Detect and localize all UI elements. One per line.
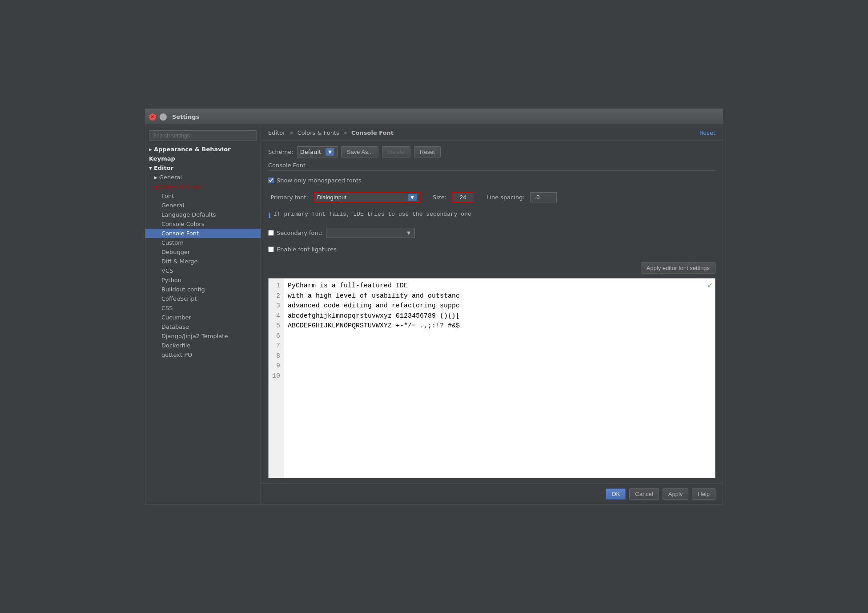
- line-num-8: 8: [272, 351, 280, 362]
- sidebar-item-python[interactable]: Python: [145, 275, 261, 285]
- reset-button[interactable]: Reset: [414, 146, 441, 157]
- sidebar-item-custom[interactable]: Custom: [145, 238, 261, 247]
- sidebar-item-font[interactable]: Font: [145, 191, 261, 201]
- sidebar-item-general2[interactable]: General: [145, 201, 261, 210]
- primary-font-dropdown-arrow[interactable]: ▼: [408, 194, 417, 201]
- cancel-button[interactable]: Cancel: [629, 488, 659, 500]
- help-button[interactable]: Help: [692, 488, 715, 500]
- monospaced-label: Show only monospaced fonts: [277, 177, 362, 184]
- preview-line-6: ABCDEFGHIJKLMNOPQRSTUVWXYZ +-*/= .,;:!? …: [288, 321, 711, 331]
- preview-line-numbers: 1 2 3 4 5 6 7 8 9 10: [269, 278, 284, 478]
- dialog-title: Settings: [172, 113, 199, 120]
- secondary-font-dropdown-arrow[interactable]: ▼: [404, 230, 413, 236]
- preview-line-2: with a high level of usability and outst…: [288, 291, 711, 302]
- sidebar-item-gettext[interactable]: gettext PO: [145, 350, 261, 359]
- section-console-font: Console Font: [268, 162, 715, 171]
- main-content: Editor > Colors & Fonts > Console Font R…: [261, 125, 723, 504]
- line-num-5: 5: [272, 321, 280, 331]
- preview-line-5: abcdefghijklmnopqrstuvwxyz 0123456789 ()…: [288, 311, 711, 322]
- info-row: ℹ If primary font fails, IDE tries to us…: [268, 211, 715, 220]
- reset-link[interactable]: Reset: [699, 129, 715, 136]
- sidebar-item-cucumber[interactable]: Cucumber: [145, 313, 261, 322]
- breadcrumb-colors-fonts: Colors & Fonts: [297, 129, 339, 136]
- scheme-dropdown-arrow[interactable]: ▼: [326, 148, 334, 156]
- line-num-6: 6: [272, 331, 280, 342]
- primary-font-row: Primary font: ▼ Size: Line spacing:: [268, 192, 715, 203]
- sidebar-item-database[interactable]: Database: [145, 322, 261, 331]
- sidebar-item-general[interactable]: ▶ General: [145, 173, 261, 182]
- breadcrumb-current: Console Font: [351, 129, 394, 136]
- breadcrumb-editor: Editor: [268, 129, 285, 136]
- sidebar-item-buildout[interactable]: Buildout config: [145, 285, 261, 294]
- ligatures-checkbox[interactable]: [268, 246, 274, 252]
- preview-line-3: advanced code editing and refactoring su…: [288, 301, 711, 311]
- sidebar-item-coffeescript[interactable]: CoffeeScript: [145, 294, 261, 303]
- search-input[interactable]: [149, 130, 257, 141]
- sidebar: ▶ Appearance & Behavior Keymap ▼ Editor …: [145, 125, 261, 504]
- primary-font-combo[interactable]: ▼: [313, 192, 420, 203]
- save-as-button[interactable]: Save As...: [341, 146, 379, 157]
- triangle-open-icon: ▼: [149, 166, 152, 170]
- preview-line-9: [288, 351, 711, 362]
- triangle-open-icon: ▼: [154, 185, 157, 189]
- sidebar-item-keymap[interactable]: Keymap: [145, 154, 261, 163]
- scheme-row: Scheme: Default ▼ Save As... Delete Rese…: [268, 146, 715, 157]
- secondary-font-combo[interactable]: ▼: [326, 228, 415, 238]
- size-input[interactable]: [452, 192, 474, 202]
- preview-area: 1 2 3 4 5 6 7 8 9 10 PyCharm is a full-f…: [268, 278, 715, 478]
- ligatures-checkbox-label[interactable]: Enable font ligatures: [268, 246, 337, 253]
- preview-line-8: [288, 341, 711, 351]
- breadcrumb-bar: Editor > Colors & Fonts > Console Font R…: [261, 125, 723, 141]
- triangle-icon: ▶: [154, 175, 157, 180]
- apply-editor-font-button[interactable]: Apply editor font settings: [641, 262, 715, 274]
- ok-button[interactable]: OK: [606, 488, 626, 500]
- line-num-10: 10: [272, 371, 280, 382]
- sidebar-item-django[interactable]: Django/Jinja2 Template: [145, 331, 261, 341]
- delete-button[interactable]: Delete: [382, 146, 410, 157]
- sidebar-item-editor[interactable]: ▼ Editor: [145, 163, 261, 173]
- preview-text: PyCharm is a full-featured IDE with a hi…: [284, 278, 715, 478]
- secondary-font-checkbox[interactable]: [268, 230, 274, 236]
- ligatures-label: Enable font ligatures: [277, 246, 337, 253]
- sidebar-item-vcs[interactable]: VCS: [145, 266, 261, 275]
- sidebar-item-appearance[interactable]: ▶ Appearance & Behavior: [145, 145, 261, 154]
- line-spacing-label: Line spacing:: [486, 194, 525, 201]
- scheme-dropdown[interactable]: Default ▼: [297, 146, 338, 157]
- secondary-font-checkbox-label[interactable]: Secondary font:: [268, 230, 322, 236]
- preview-line-7: [288, 331, 711, 342]
- apply-editor-font-row: Apply editor font settings: [268, 262, 715, 274]
- checkmark-icon: ✓: [707, 280, 712, 290]
- secondary-font-input[interactable]: [329, 230, 404, 236]
- sidebar-item-language-defaults[interactable]: Language Defaults: [145, 210, 261, 219]
- line-num-7: 7: [272, 341, 280, 351]
- triangle-icon: ▶: [149, 147, 152, 152]
- scheme-value: Default: [300, 149, 324, 155]
- info-text: If primary font fails, IDE tries to use …: [273, 211, 471, 218]
- settings-dialog: ✕ Settings ▶ Appearance & Behavior Keyma…: [145, 109, 723, 504]
- sidebar-item-colors-fonts[interactable]: ▼ Colors & Fonts: [145, 182, 261, 191]
- monospaced-row: Show only monospaced fonts: [268, 177, 715, 184]
- sidebar-item-css[interactable]: CSS: [145, 303, 261, 313]
- close-button[interactable]: ✕: [149, 113, 156, 121]
- primary-font-input[interactable]: [317, 194, 408, 201]
- sidebar-item-diff-merge[interactable]: Diff & Merge: [145, 257, 261, 266]
- monospaced-checkbox-label[interactable]: Show only monospaced fonts: [268, 177, 362, 184]
- preview-line-1: PyCharm is a full-featured IDE: [288, 281, 711, 291]
- line-num-9: 9: [272, 361, 280, 371]
- primary-font-label: Primary font:: [268, 194, 308, 201]
- sidebar-item-debugger[interactable]: Debugger: [145, 247, 261, 257]
- minimize-button[interactable]: [160, 113, 167, 121]
- preview-line-10: [288, 361, 711, 371]
- apply-button[interactable]: Apply: [663, 488, 689, 500]
- ligatures-row: Enable font ligatures: [268, 246, 715, 253]
- secondary-font-row: Secondary font: ▼: [268, 228, 715, 238]
- line-spacing-input[interactable]: [530, 192, 557, 202]
- monospaced-checkbox[interactable]: [268, 177, 274, 183]
- secondary-font-label: Secondary font:: [277, 230, 322, 236]
- line-num-3: 3: [272, 301, 280, 311]
- sidebar-item-dockerfile[interactable]: Dockerfile: [145, 341, 261, 350]
- sidebar-item-console-colors[interactable]: Console Colors: [145, 219, 261, 229]
- info-icon: ℹ: [268, 211, 271, 220]
- sidebar-item-console-font[interactable]: Console Font: [145, 229, 261, 238]
- dialog-body: ▶ Appearance & Behavior Keymap ▼ Editor …: [145, 125, 723, 504]
